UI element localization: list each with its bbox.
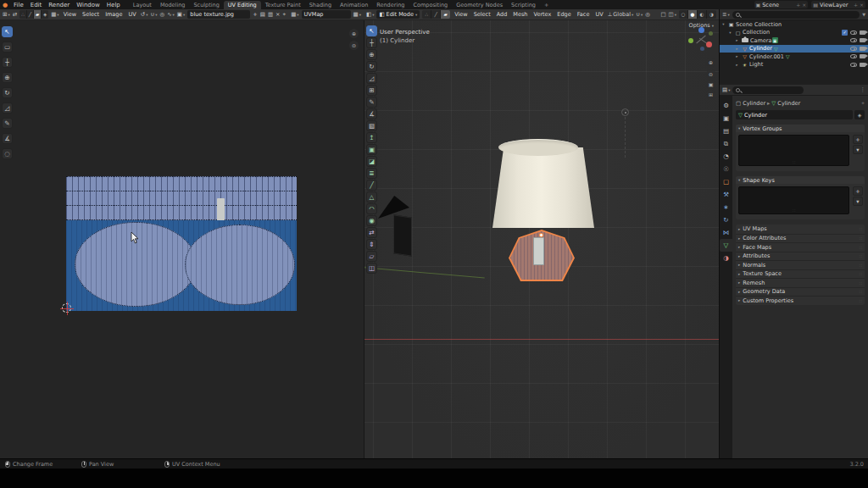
- tab-particles[interactable]: ∗: [720, 201, 732, 214]
- disclosure-icon[interactable]: ▾: [726, 30, 734, 35]
- outliner-row-collection[interactable]: ▾ ▢ Collection ✓: [720, 29, 868, 37]
- shape-keys-panel-header[interactable]: ▾ Shape Keys: [736, 176, 865, 184]
- menu-file[interactable]: File: [10, 2, 27, 8]
- disable-render-icon[interactable]: [860, 47, 865, 51]
- snap-toggle[interactable]: ∪ ▾: [636, 11, 643, 18]
- gizmo-x-axis[interactable]: [706, 42, 712, 47]
- lamp-shade[interactable]: [492, 147, 594, 228]
- transform-orientation-selector[interactable]: ⊥ Global ▾: [608, 11, 634, 18]
- image-unlink-button[interactable]: ×: [275, 11, 280, 18]
- uv-editor-canvas[interactable]: ↖ ▭ ┼ ⊕ ↻ ◿ ✎ ∡ ◌ ⊕ ⊜: [0, 20, 364, 458]
- cursor-tool[interactable]: ┼: [366, 37, 377, 48]
- scene-unlink-button[interactable]: ×: [802, 2, 806, 8]
- scale-tool[interactable]: ◿: [366, 73, 377, 84]
- uv-cursor-tool[interactable]: ┼: [2, 57, 13, 68]
- overlays-button[interactable]: ◫ ▾: [669, 11, 676, 18]
- gizmo-z-neg[interactable]: [700, 47, 704, 51]
- tab-object-data[interactable]: ▽: [720, 239, 732, 252]
- transform-tool[interactable]: ⊞: [366, 85, 377, 96]
- disable-render-icon[interactable]: [860, 54, 865, 58]
- uv-face-select-button[interactable]: ▰: [34, 10, 42, 19]
- uv-rotate-tool[interactable]: ↻: [2, 87, 13, 98]
- viewport-perspective-icon[interactable]: ⊞: [706, 90, 715, 99]
- hide-eye-icon[interactable]: [850, 54, 857, 58]
- tab-sculpting[interactable]: Sculpting: [189, 1, 223, 9]
- hide-eye-icon[interactable]: [850, 47, 857, 51]
- tab-constraints[interactable]: ⋈: [720, 226, 732, 239]
- uv-pivot-button[interactable]: ↺ ▾: [141, 11, 148, 18]
- breadcrumb-object[interactable]: Cylinder: [743, 100, 765, 107]
- image-folder-button[interactable]: ▥: [268, 11, 273, 18]
- menu-render[interactable]: Render: [45, 2, 73, 8]
- disable-render-icon[interactable]: [860, 30, 865, 35]
- knife-tool[interactable]: ╱: [366, 180, 377, 191]
- uv-island-select-button[interactable]: ◈: [42, 10, 48, 19]
- bevel-tool[interactable]: ◪: [366, 156, 377, 167]
- fake-user-button[interactable]: ◈: [854, 110, 865, 119]
- properties-options-icon[interactable]: ⋮: [860, 86, 866, 93]
- rendered-shading-button[interactable]: ◑: [707, 10, 716, 19]
- add-workspace-button[interactable]: +: [540, 1, 553, 9]
- uv-sync-toggle[interactable]: ⇄: [13, 11, 17, 18]
- uv-relax-tool[interactable]: ◌: [2, 148, 13, 159]
- disclosure-icon[interactable]: ▸: [733, 38, 741, 42]
- image-name-field[interactable]: blue texture.jpg: [187, 10, 250, 19]
- panel-remesh[interactable]: ▸ Remesh∷: [736, 278, 865, 287]
- vertex-groups-panel-header[interactable]: ▾ Vertex Groups: [736, 125, 865, 132]
- tab-texture-paint[interactable]: Texture Paint: [261, 1, 305, 9]
- viewport-editor-type-button[interactable]: ◧ ▾: [366, 11, 374, 18]
- shape-key-specials-button[interactable]: ▾: [853, 197, 863, 206]
- collection-checkbox[interactable]: ✓: [842, 30, 848, 36]
- tab-scripting[interactable]: Scripting: [507, 1, 540, 9]
- vertex-menu[interactable]: Vertex: [531, 11, 553, 18]
- face-select-button[interactable]: ▰: [441, 10, 450, 19]
- shear-tool[interactable]: ▱: [366, 251, 377, 262]
- spin-tool[interactable]: ◠: [366, 203, 377, 214]
- pin-icon[interactable]: ⌖: [861, 100, 865, 107]
- extrude-region-tool[interactable]: ↥: [366, 132, 377, 143]
- edge-menu[interactable]: Edge: [555, 11, 572, 18]
- tab-physics[interactable]: ↻: [720, 214, 732, 226]
- uv-2d-cursor[interactable]: [62, 303, 71, 313]
- material-shading-button[interactable]: ◐: [698, 10, 707, 19]
- camera-data-icon[interactable]: ▣: [772, 37, 778, 43]
- solid-shading-button[interactable]: ●: [688, 10, 698, 19]
- edge-slide-tool[interactable]: ⇄: [366, 227, 377, 238]
- panel-texture-space[interactable]: ▸ Texture Space∷: [736, 269, 865, 279]
- properties-editor-type-button[interactable]: ▤ ▾: [722, 86, 730, 93]
- uv-menu-view[interactable]: View: [62, 11, 78, 18]
- tab-modeling[interactable]: Modeling: [156, 1, 190, 9]
- shape-keys-list[interactable]: ∷: [738, 186, 849, 214]
- uv-select-box-tool[interactable]: ▭: [2, 42, 13, 53]
- outliner-editor-type-button[interactable]: ≡ ▾: [722, 11, 730, 18]
- vertex-groups-list[interactable]: ∷: [738, 135, 849, 166]
- tweak-tool[interactable]: ↖: [366, 25, 377, 36]
- list-grip[interactable]: ∷: [793, 208, 795, 213]
- blender-logo-icon[interactable]: ●: [0, 2, 10, 8]
- panel-face-maps[interactable]: ▸ Face Maps∷: [736, 242, 865, 252]
- mesh-menu[interactable]: Mesh: [511, 11, 529, 18]
- uvmap-selector-button[interactable]: ▦ ▾: [291, 11, 298, 18]
- vertex-group-specials-button[interactable]: ▾: [853, 145, 863, 154]
- tab-shading[interactable]: Shading: [305, 1, 336, 9]
- tab-animation[interactable]: Animation: [336, 1, 372, 9]
- gizmo-y-neg[interactable]: [709, 31, 713, 36]
- tab-object[interactable]: ▢: [720, 175, 732, 188]
- mode-selector[interactable]: ◧ Edit Mode ▾: [376, 10, 420, 19]
- breadcrumb-data[interactable]: Cylinder: [777, 100, 800, 107]
- uv-falloff-button[interactable]: ∿ ▾: [167, 11, 175, 18]
- uv-editor-type-button[interactable]: ⊞ ▾: [3, 11, 10, 18]
- add-menu[interactable]: Add: [495, 11, 509, 18]
- tab-output[interactable]: ▤: [720, 125, 732, 137]
- tab-geometry-nodes[interactable]: Geometry Nodes: [452, 1, 507, 9]
- disclosure-icon[interactable]: ▸: [733, 54, 741, 58]
- outliner-row-light[interactable]: ▸ ☀ Light: [720, 61, 868, 69]
- measure-tool[interactable]: ∡: [366, 108, 377, 119]
- proportional-toggle[interactable]: ◎: [645, 11, 650, 18]
- loop-cut-tool[interactable]: ≣: [366, 168, 377, 179]
- tab-uv-editing[interactable]: UV Editing: [224, 1, 261, 9]
- menu-window[interactable]: Window: [73, 2, 103, 8]
- tab-tool[interactable]: ⚙: [720, 99, 732, 112]
- shape-key-add-button[interactable]: +: [853, 186, 863, 196]
- tab-rendering[interactable]: Rendering: [372, 1, 409, 9]
